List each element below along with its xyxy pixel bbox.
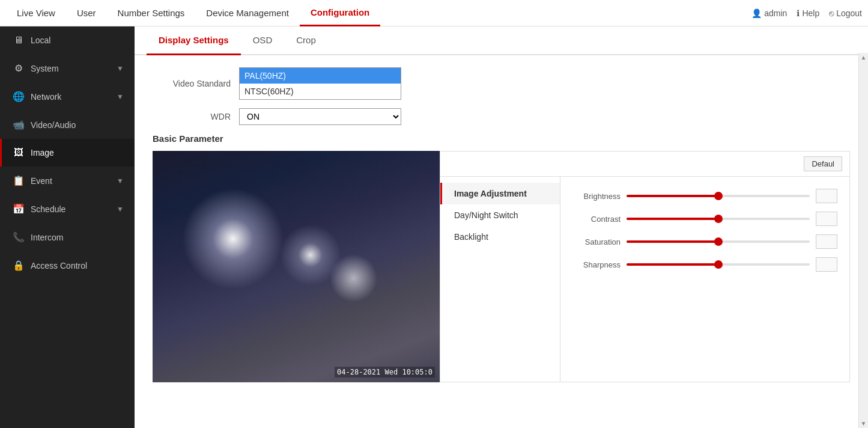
sidebar-item-intercom[interactable]: 📞 Intercom (0, 223, 135, 251)
saturation-fill (627, 240, 718, 243)
nav-number-settings[interactable]: Number Settings (107, 0, 196, 26)
adj-header: Defaul (440, 151, 849, 177)
adj-tab-backlight[interactable]: Backlight (440, 226, 560, 248)
tab-crop[interactable]: Crop (284, 26, 328, 55)
default-button[interactable]: Defaul (804, 156, 842, 171)
content-area: Display Settings OSD Crop Video Standard… (135, 26, 868, 428)
adj-right-sliders: Brightness Contrast (560, 177, 849, 382)
tab-bar: Display Settings OSD Crop (135, 26, 868, 55)
intercom-icon: 📞 (13, 231, 25, 243)
logout-link[interactable]: ⎋ Logout (829, 8, 862, 18)
sidebar-label-schedule: Schedule (31, 204, 111, 214)
nav-configuration[interactable]: Configuration (300, 0, 380, 26)
main-layout: 🖥 Local ⚙ System ▼ 🌐 Network ▼ 📹 Video/A… (0, 26, 868, 428)
scroll-bar[interactable]: ▲ ▼ (858, 53, 868, 428)
content-body: Video Standard PAL(50HZ) NTSC(60HZ) WDR … (135, 55, 868, 428)
saturation-value (816, 234, 837, 249)
sidebar-label-video-audio: Video/Audio (31, 120, 124, 130)
contrast-track[interactable] (627, 218, 810, 220)
nav-live-view[interactable]: Live View (6, 0, 66, 26)
contrast-slider-row: Contrast (572, 212, 837, 226)
basic-parameter-title: Basic Parameter (153, 133, 850, 144)
video-standard-list: PAL(50HZ) NTSC(60HZ) (239, 67, 401, 100)
scroll-down-arrow[interactable]: ▼ (861, 420, 867, 427)
lock-icon: 🔒 (13, 260, 25, 271)
network-icon: 🌐 (13, 91, 25, 102)
option-pal[interactable]: PAL(50HZ) (240, 68, 401, 84)
sidebar-item-video-audio[interactable]: 📹 Video/Audio (0, 111, 135, 139)
sidebar-item-image[interactable]: 🖼 Image (0, 139, 135, 167)
adj-content: Image Adjustment Day/Night Switch Backli… (440, 177, 849, 382)
brightness-label: Brightness (572, 192, 621, 201)
adjustment-panel: Defaul Image Adjustment Day/Night Switch… (440, 151, 850, 382)
video-standard-dropdown[interactable]: PAL(50HZ) NTSC(60HZ) (239, 67, 401, 100)
sharpness-track[interactable] (627, 263, 810, 266)
brightness-fill (627, 195, 718, 197)
sidebar-label-system: System (31, 64, 111, 73)
nav-device-management[interactable]: Device Management (195, 0, 300, 26)
sharpness-label: Sharpness (572, 260, 621, 269)
logout-icon: ⎋ (829, 8, 834, 18)
saturation-slider-row: Saturation (572, 234, 837, 249)
brightness-value (816, 189, 837, 203)
camera-adjustment-area: 04-28-2021 Wed 10:05:0 Defaul Image Adju… (153, 151, 850, 382)
scroll-up-arrow[interactable]: ▲ (861, 54, 867, 61)
camera-timestamp: 04-28-2021 Wed 10:05:0 (335, 367, 435, 378)
wdr-select[interactable]: ON OFF (239, 108, 401, 125)
right-actions: 👤 admin ℹ Help ⎋ Logout (751, 8, 862, 18)
brightness-slider-row: Brightness (572, 189, 837, 203)
sharpness-slider-row: Sharpness (572, 257, 837, 272)
option-ntsc[interactable]: NTSC(60HZ) (240, 84, 401, 99)
contrast-fill (627, 218, 718, 220)
video-standard-row: Video Standard PAL(50HZ) NTSC(60HZ) (153, 67, 850, 100)
sidebar: 🖥 Local ⚙ System ▼ 🌐 Network ▼ 📹 Video/A… (0, 26, 135, 428)
chevron-down-icon: ▼ (117, 64, 124, 73)
saturation-thumb[interactable] (714, 237, 723, 246)
wdr-row: WDR ON OFF (153, 108, 850, 125)
chevron-down-icon: ▼ (117, 177, 124, 185)
tab-display-settings[interactable]: Display Settings (147, 26, 241, 55)
contrast-label: Contrast (572, 215, 621, 224)
sharpness-fill (627, 263, 718, 266)
saturation-track[interactable] (627, 240, 810, 243)
sidebar-label-network: Network (31, 92, 111, 102)
sidebar-item-local[interactable]: 🖥 Local (0, 26, 135, 54)
saturation-label: Saturation (572, 237, 621, 246)
info-icon: ℹ (797, 8, 800, 18)
chevron-down-icon: ▼ (117, 205, 124, 213)
sharpness-value (816, 257, 837, 272)
contrast-thumb[interactable] (714, 215, 723, 223)
camera-preview-inner (153, 151, 440, 382)
brightness-track[interactable] (627, 195, 810, 197)
person-icon: 👤 (751, 8, 762, 18)
wdr-select-wrapper: ON OFF (239, 108, 401, 125)
chevron-down-icon: ▼ (117, 93, 124, 101)
help-link[interactable]: ℹ Help (797, 8, 819, 18)
wdr-label: WDR (153, 112, 231, 121)
event-icon: 📋 (13, 175, 25, 186)
tab-osd[interactable]: OSD (241, 26, 285, 55)
sidebar-item-event[interactable]: 📋 Event ▼ (0, 167, 135, 195)
top-navigation: Live View User Number Settings Device Ma… (0, 0, 868, 26)
adj-tab-day-night[interactable]: Day/Night Switch (440, 204, 560, 226)
sidebar-item-network[interactable]: 🌐 Network ▼ (0, 82, 135, 111)
sharpness-thumb[interactable] (714, 260, 723, 269)
sidebar-label-local: Local (31, 35, 124, 45)
adj-tab-image-adjustment[interactable]: Image Adjustment (440, 183, 560, 204)
contrast-value (816, 212, 837, 226)
monitor-icon: 🖥 (13, 35, 25, 46)
admin-link[interactable]: 👤 admin (751, 8, 787, 18)
schedule-icon: 📅 (13, 203, 25, 215)
sidebar-item-schedule[interactable]: 📅 Schedule ▼ (0, 195, 135, 223)
system-icon: ⚙ (13, 63, 25, 74)
sidebar-label-intercom: Intercom (31, 233, 124, 242)
sidebar-item-system[interactable]: ⚙ System ▼ (0, 54, 135, 82)
brightness-thumb[interactable] (714, 192, 723, 200)
sidebar-label-event: Event (31, 176, 111, 186)
sidebar-label-image: Image (31, 148, 124, 157)
adj-left-tabs: Image Adjustment Day/Night Switch Backli… (440, 177, 560, 382)
sidebar-item-access-control[interactable]: 🔒 Access Control (0, 251, 135, 280)
image-icon: 🖼 (13, 147, 25, 158)
nav-user[interactable]: User (66, 0, 107, 26)
sidebar-label-access-control: Access Control (31, 261, 124, 271)
